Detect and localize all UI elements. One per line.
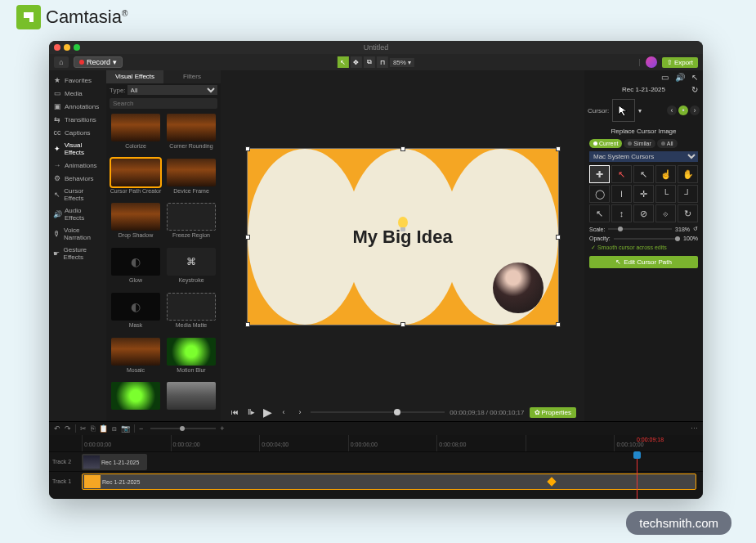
cursor-option[interactable]: Ｉ [611,185,632,203]
sidebar-item-annotations[interactable]: ▣Annotations [49,100,106,113]
zoom-out-button[interactable]: − [139,424,143,433]
cursor-set-select[interactable]: Mac System Cursors [589,151,698,162]
reload-icon[interactable]: ↻ [691,85,698,94]
cursor-option[interactable]: ┘ [678,185,698,203]
canvas-stage[interactable]: My Big Idea [221,70,584,403]
effect-item[interactable]: Media Matte [165,293,217,334]
tab-filters[interactable]: Filters [163,70,221,83]
effect-item[interactable]: ◐Glow [110,248,162,289]
timeline-menu-button[interactable]: ⋯ [691,424,698,433]
effect-item[interactable] [110,382,162,418]
effect-item[interactable]: Device Frame [165,159,217,200]
volume-icon[interactable]: 🔊 [675,73,685,82]
cursor-option[interactable]: ⟐ [655,204,676,222]
timeline-clip[interactable]: Rec 1-21-2025 [82,473,696,490]
magnet-tool-icon[interactable]: ⊓ [377,56,388,68]
effect-item[interactable]: Corner Rounding [165,114,217,155]
cursor-tool-icon[interactable]: ↖ [338,56,349,68]
zoom-dropdown[interactable]: 85% ▾ [390,58,414,67]
sidebar-item-captions[interactable]: ccCaptions [49,126,106,139]
cut-button[interactable]: ✂ [80,424,87,433]
cursor-option[interactable]: ↖ [611,165,632,183]
sidebar-item-voice-narration[interactable]: 🎙Voice Narration [49,224,106,244]
play-button[interactable]: ▶ [262,406,273,419]
effect-item[interactable]: ⌘Keystroke [165,248,217,289]
effect-item[interactable]: Colorize [110,114,162,155]
next-frame-button[interactable]: › [294,408,306,416]
playback-slider[interactable] [311,411,445,413]
sidebar-item-media[interactable]: ▭Media [49,87,106,100]
camera-button[interactable]: 📷 [121,424,130,433]
sidebar-item-behaviors[interactable]: ⚙Behaviors [49,172,106,185]
effect-item[interactable]: Cursor Path Creator [110,159,162,200]
home-button[interactable]: ⌂ [54,56,69,68]
next-cursor-button[interactable]: › [690,105,700,115]
type-select[interactable]: All [127,85,217,95]
timeline-zoom-slider[interactable] [150,428,216,429]
reset-icon[interactable]: ↺ [693,226,698,232]
cursor-option[interactable]: ↻ [678,204,698,222]
detach-icon[interactable]: ▭ [661,73,669,82]
timeline-clip[interactable]: Rec 1-21-2025 [82,454,147,470]
sidebar-item-cursor-effects[interactable]: ↖Cursor Effects [49,185,106,204]
webcam-overlay[interactable] [493,263,544,313]
cursor-option[interactable]: ✛ [633,185,654,203]
prev-cursor-button[interactable]: ‹ [667,105,677,115]
cursor-option[interactable]: ↖ [589,204,610,222]
step-fwd-button[interactable]: ‹ [278,408,289,416]
paste-button[interactable]: 📋 [99,424,108,433]
cursor-option[interactable]: ⊘ [633,204,654,222]
maximize-icon[interactable] [74,44,80,51]
crop-tool-icon[interactable]: ⧉ [364,56,375,68]
effect-item[interactable]: Motion Blur [165,338,217,379]
cursor-tab-icon[interactable]: ↖ [691,73,698,82]
opacity-slider[interactable] [614,238,680,240]
seg-current[interactable]: Current [589,139,622,148]
timeline-ruler[interactable]: 0:00:09;18 0:00:00;000:00:02;000:00:04;0… [49,435,703,451]
sidebar-item-favorites[interactable]: ★Favorites [49,74,106,87]
export-button[interactable]: ⇧ Export [662,57,698,68]
cursor-option[interactable]: ☝ [655,165,676,183]
undo-button[interactable]: ↶ [54,424,60,433]
cursor-option[interactable]: └ [655,185,676,203]
window-controls[interactable] [54,44,80,51]
cursor-option[interactable]: ✋ [678,165,698,183]
cursor-option[interactable]: ↖ [633,165,654,183]
sidebar-item-audio-effects[interactable]: 🔊Audio Effects [49,204,106,224]
cursor-option[interactable]: ◯ [589,185,610,203]
sidebar-item-animations[interactable]: →Animations [49,159,106,172]
prev-frame-button[interactable]: ⏮ [229,408,240,416]
properties-button[interactable]: ✿ Properties [530,407,576,418]
edit-cursor-path-button[interactable]: ↖ Edit Cursor Path [589,256,698,268]
track-label[interactable]: Track 2 [49,452,82,471]
redo-button[interactable]: ↷ [65,424,71,433]
split-button[interactable]: ⧈ [112,424,117,433]
hand-tool-icon[interactable]: ✥ [351,56,362,68]
track-label[interactable]: Track 1 [49,472,82,491]
scale-slider[interactable] [608,228,672,230]
step-back-button[interactable]: Ⅱ▸ [245,408,257,416]
tab-visual-effects[interactable]: Visual Effects [106,70,163,83]
smooth-checkbox[interactable]: ✓ Smooth cursor across edits [584,243,703,253]
effect-item[interactable] [165,382,217,418]
zoom-in-button[interactable]: + [220,424,224,433]
sidebar-item-gesture-effects[interactable]: ☛Gesture Effects [49,244,106,263]
seg-similar[interactable]: Similar [624,139,655,148]
cursor-dropdown[interactable]: ▾ [638,107,642,114]
copy-button[interactable]: ⎘ [91,424,95,433]
close-icon[interactable] [54,44,60,51]
record-button[interactable]: Record ▾ [74,56,123,68]
sidebar-item-transitions[interactable]: ⇆Transitions [49,113,106,126]
effect-item[interactable]: ◐Mask [110,293,162,334]
effect-item[interactable]: Freeze Region [165,203,217,245]
cursor-option[interactable]: ✚ [589,165,610,183]
playhead[interactable] [637,451,637,499]
search-input[interactable] [110,98,217,109]
effect-item[interactable]: Mosaic [110,338,162,379]
sidebar-item-visual-effects[interactable]: ✦Visual Effects [49,139,106,159]
user-avatar[interactable] [646,56,657,68]
minimize-icon[interactable] [64,44,70,51]
selected-clip[interactable]: My Big Idea [248,149,558,325]
seg-all[interactable]: All [657,139,678,148]
effect-item[interactable]: Drop Shadow [110,203,162,245]
